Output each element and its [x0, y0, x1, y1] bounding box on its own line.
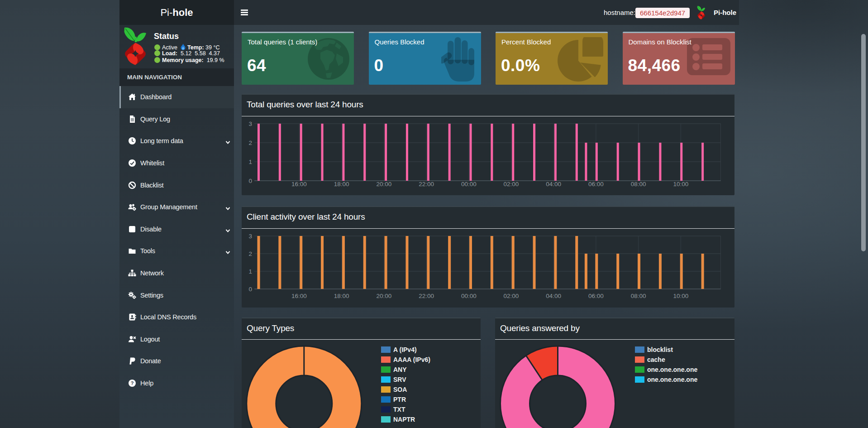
- svg-text:02:00: 02:00: [504, 293, 519, 299]
- svg-text:1: 1: [248, 159, 252, 165]
- svg-text:06:00: 06:00: [588, 181, 604, 188]
- svg-text:08:00: 08:00: [631, 293, 646, 299]
- svg-text:04:00: 04:00: [546, 293, 561, 299]
- svg-text:20:00: 20:00: [377, 181, 392, 188]
- svg-text:0: 0: [248, 178, 252, 184]
- svg-text:00:00: 00:00: [461, 293, 477, 299]
- svg-text:3: 3: [248, 120, 252, 127]
- svg-text:04:00: 04:00: [546, 181, 561, 188]
- svg-text:22:00: 22:00: [419, 293, 434, 299]
- svg-text:08:00: 08:00: [631, 181, 646, 188]
- svg-text:20:00: 20:00: [377, 293, 392, 299]
- svg-text:06:00: 06:00: [588, 293, 604, 299]
- svg-text:3: 3: [248, 233, 252, 240]
- svg-text:22:00: 22:00: [419, 181, 434, 188]
- svg-text:2: 2: [248, 139, 252, 146]
- svg-text:16:00: 16:00: [291, 293, 307, 299]
- svg-text:18:00: 18:00: [334, 181, 349, 188]
- svg-text:?: ?: [131, 380, 134, 386]
- svg-text:1: 1: [248, 268, 252, 275]
- svg-text:16:00: 16:00: [291, 181, 307, 188]
- svg-text:0: 0: [248, 286, 252, 293]
- svg-text:00:00: 00:00: [461, 181, 477, 188]
- svg-text:2: 2: [248, 250, 252, 257]
- svg-text:02:00: 02:00: [504, 181, 519, 188]
- svg-text:10:00: 10:00: [673, 293, 688, 299]
- svg-text:10:00: 10:00: [673, 181, 688, 188]
- svg-text:18:00: 18:00: [334, 293, 349, 299]
